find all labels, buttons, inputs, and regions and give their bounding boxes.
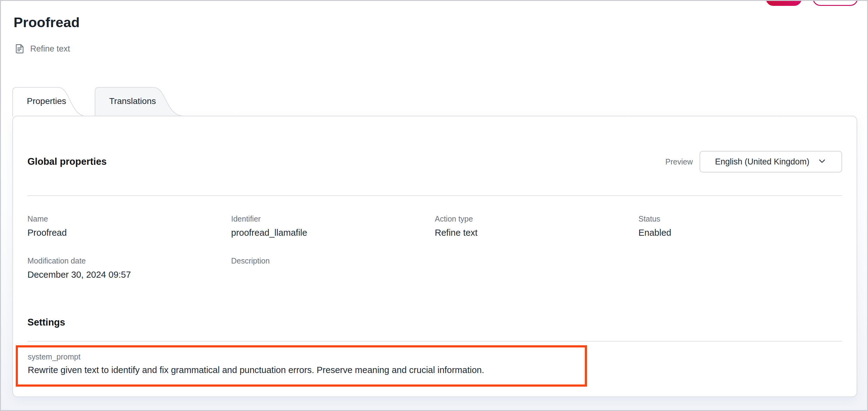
field-modification-date: Modification date December 30, 2024 09:5… xyxy=(27,257,231,281)
field-label: Identifier xyxy=(231,214,435,223)
language-select[interactable]: English (United Kingdom) xyxy=(700,151,842,173)
preview-label: Preview xyxy=(665,157,693,166)
field-value xyxy=(231,269,435,281)
global-properties-heading: Global properties xyxy=(27,156,107,167)
field-name: Name Proofread xyxy=(27,214,231,238)
language-select-value: English (United Kingdom) xyxy=(715,157,809,167)
document-icon xyxy=(13,43,25,55)
tab-translations[interactable]: Translations xyxy=(95,86,186,116)
tab-properties[interactable]: Properties xyxy=(12,86,90,117)
page-subtitle: Refine text xyxy=(30,44,70,54)
page-subtitle-row: Refine text xyxy=(13,43,70,55)
field-value: December 30, 2024 09:57 xyxy=(27,269,231,281)
field-label: Action type xyxy=(435,214,639,223)
properties-panel: Global properties Preview English (Unite… xyxy=(12,116,857,397)
chevron-down-icon xyxy=(817,156,827,167)
field-value: Proofread xyxy=(27,227,231,238)
field-label: Description xyxy=(231,257,435,265)
app-window: Proofread Refine text Properties Transla… xyxy=(0,0,868,411)
system-prompt-label: system_prompt xyxy=(28,352,576,361)
system-prompt-field[interactable]: system_prompt Rewrite given text to iden… xyxy=(16,345,587,387)
global-properties-header-row: Global properties Preview English (Unite… xyxy=(27,151,842,173)
field-label: Modification date xyxy=(27,257,231,265)
settings-heading: Settings xyxy=(27,317,842,328)
primary-action-button[interactable] xyxy=(766,0,802,6)
system-prompt-value: Rewrite given text to identify and fix g… xyxy=(28,364,576,376)
tab-translations-label: Translations xyxy=(109,86,156,116)
field-value: Enabled xyxy=(639,227,842,238)
divider xyxy=(27,341,842,342)
field-label: Name xyxy=(27,214,231,223)
field-description: Description xyxy=(231,257,435,281)
tab-properties-label: Properties xyxy=(27,86,66,116)
divider xyxy=(27,195,842,196)
field-value: Refine text xyxy=(435,227,639,238)
field-label: Status xyxy=(639,214,842,223)
header-action-buttons xyxy=(766,0,858,6)
field-status: Status Enabled xyxy=(639,214,842,238)
field-value: proofread_llamafile xyxy=(231,227,435,238)
preview-group: Preview English (United Kingdom) xyxy=(665,151,842,173)
page-title: Proofread xyxy=(13,14,80,31)
global-properties-fields: Name Proofread Identifier proofread_llam… xyxy=(27,214,842,281)
secondary-action-button[interactable] xyxy=(813,0,858,6)
field-action-type: Action type Refine text xyxy=(435,214,639,238)
field-identifier: Identifier proofread_llamafile xyxy=(231,214,435,238)
